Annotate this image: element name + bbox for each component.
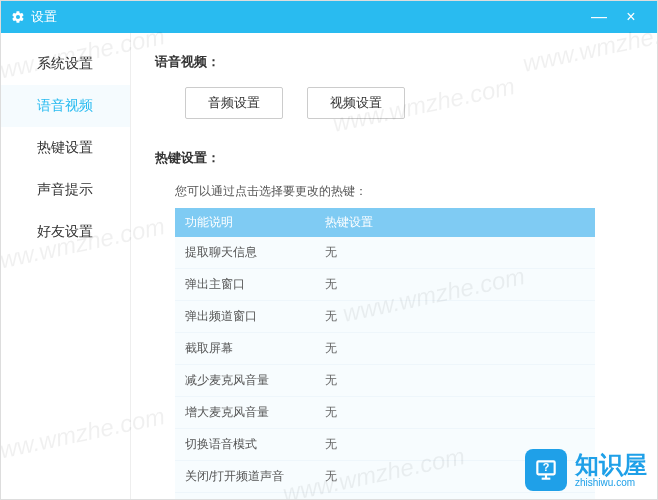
section-title-hotkey: 热键设置： [155,149,633,167]
button-row: 音频设置 视频设置 [185,87,633,119]
sidebar-item-label: 语音视频 [37,97,93,113]
window-title: 设置 [31,8,583,26]
row-key: 无 [315,493,595,499]
row-name: 提取聊天信息 [175,237,315,268]
row-key: 无 [315,365,595,396]
table-row[interactable]: 弹出频道窗口无 [175,301,595,333]
sidebar-item-label: 声音提示 [37,181,93,197]
sidebar-item-voice-video[interactable]: 语音视频 [1,85,130,127]
table-row[interactable]: 弹出主窗口无 [175,269,595,301]
sidebar-item-friends[interactable]: 好友设置 [1,211,130,253]
brand-badge: ? 知识屋 zhishiwu.com [525,449,647,491]
table-row[interactable]: 截取屏幕无 [175,333,595,365]
sidebar: 系统设置 语音视频 热键设置 声音提示 好友设置 [1,33,131,499]
minimize-button[interactable]: — [583,8,615,26]
body: 系统设置 语音视频 热键设置 声音提示 好友设置 语音视频： 音频设置 视频设置… [1,33,657,499]
svg-text:?: ? [543,461,550,473]
row-name: 弹出频道窗口 [175,301,315,332]
video-settings-button[interactable]: 视频设置 [307,87,405,119]
sidebar-item-label: 系统设置 [37,55,93,71]
table-row[interactable]: 减少麦克风音量无 [175,365,595,397]
row-key: 无 [315,237,595,268]
brand-sub: zhishiwu.com [575,477,647,488]
content: 语音视频： 音频设置 视频设置 热键设置： 您可以通过点击选择要更改的热键： 功… [131,33,657,499]
audio-settings-button[interactable]: 音频设置 [185,87,283,119]
brand-name: 知识屋 [575,453,647,477]
row-key: 无 [315,301,595,332]
sidebar-item-hotkey[interactable]: 热键设置 [1,127,130,169]
brand-icon: ? [525,449,567,491]
hotkey-table-header: 功能说明 热键设置 [175,208,595,237]
row-name: 增大麦克风音量 [175,397,315,428]
close-button[interactable]: × [615,8,647,26]
gear-icon [11,10,25,24]
row-key: 无 [315,397,595,428]
table-row[interactable]: 提取聊天信息无 [175,237,595,269]
row-name: 截取屏幕 [175,333,315,364]
brand-text-wrap: 知识屋 zhishiwu.com [575,453,647,488]
row-name: 弹出主窗口 [175,269,315,300]
row-name: 切换语音模式 [175,429,315,460]
sidebar-item-label: 好友设置 [37,223,93,239]
title-bar: 设置 — × [1,1,657,33]
row-key: 无 [315,269,595,300]
sidebar-item-sound[interactable]: 声音提示 [1,169,130,211]
table-row[interactable]: 关闭/打开频道麦克风无 [175,493,595,499]
section-title-voice-video: 语音视频： [155,53,633,71]
table-row[interactable]: 增大麦克风音量无 [175,397,595,429]
row-key: 无 [315,333,595,364]
sidebar-item-system[interactable]: 系统设置 [1,43,130,85]
row-name: 减少麦克风音量 [175,365,315,396]
row-name: 关闭/打开频道声音 [175,461,315,492]
row-name: 关闭/打开频道麦克风 [175,493,315,499]
sidebar-item-label: 热键设置 [37,139,93,155]
header-function: 功能说明 [175,208,315,237]
header-key: 热键设置 [315,208,595,237]
hotkey-hint: 您可以通过点击选择要更改的热键： [175,183,633,200]
